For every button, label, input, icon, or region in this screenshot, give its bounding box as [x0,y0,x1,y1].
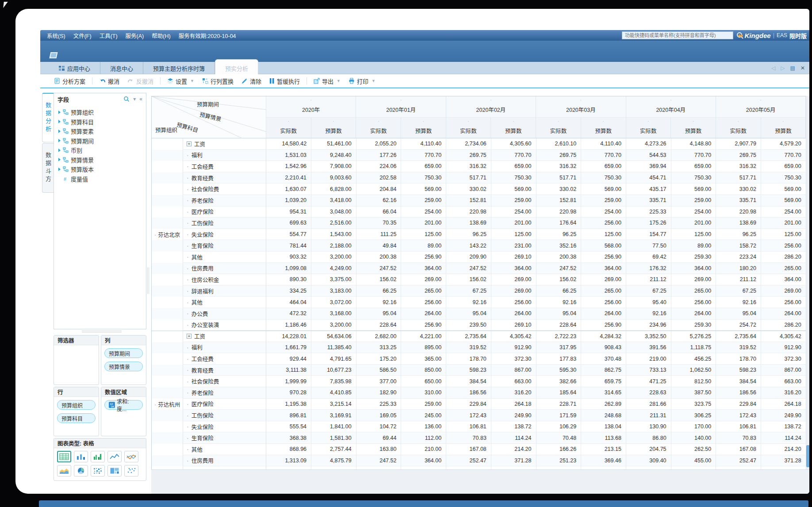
value-cell[interactable]: 368.38 [266,432,311,444]
value-cell[interactable]: 213.15 [581,444,626,455]
value-cell[interactable]: 180.20 [716,263,761,274]
value-cell[interactable]: 369.46 [581,455,626,467]
value-cell[interactable]: 569.00 [761,183,806,195]
value-cell[interactable]: 262.50 [671,444,716,455]
value-cell[interactable]: 156.02 [536,274,582,286]
value-cell[interactable]: 750.30 [491,172,536,184]
value-cell[interactable]: 163.80 [356,444,402,455]
value-cell[interactable]: 4,305.42 [761,331,806,342]
value-cell[interactable]: 269.75 [536,150,582,161]
value-cell[interactable]: 1,542.96 [266,161,311,172]
value-cell[interactable]: 9,003.60 [311,172,356,184]
value-cell[interactable]: 175.26 [626,217,671,229]
value-cell[interactable]: 4,249.00 [311,263,356,274]
value-cell[interactable]: 152.81 [536,195,582,206]
value-cell[interactable]: 281.66 [626,399,671,410]
value-cell[interactable]: 67.25 [716,286,761,297]
value-cell[interactable]: 2,907.79 [716,138,761,150]
value-cell[interactable]: 1,999.99 [266,376,311,387]
value-cell[interactable]: 95.40 [626,297,671,308]
value-cell[interactable]: 264.00 [671,308,716,320]
value-cell[interactable]: 750.30 [401,172,446,184]
value-cell[interactable]: 256.00 [401,297,446,308]
value-cell[interactable]: 264.18 [761,399,806,410]
value-cell[interactable]: 186.56 [446,387,491,399]
value-cell[interactable]: 314.65 [581,387,626,399]
subject-cell-办公费[interactable]: ·办公费 [183,308,266,320]
value-cell[interactable]: 69.44 [356,432,402,444]
value-cell[interactable]: 750.30 [761,172,806,184]
value-cell[interactable]: 3,375.00 [311,274,356,286]
value-cell[interactable]: 1,531.03 [266,150,311,161]
value-cell[interactable]: 256.90 [401,252,446,263]
value-cell[interactable]: 96.25 [536,229,582,240]
value-cell[interactable]: 2,682.00 [356,331,402,342]
menu-item-5[interactable]: 帮助(H) [148,31,174,40]
value-cell[interactable]: 3,183.00 [311,286,356,297]
value-cell[interactable]: 569.00 [761,195,806,206]
subject-cell-生育保险[interactable]: ·生育保险 [183,432,266,444]
value-cell[interactable]: 650.00 [401,376,446,387]
expand-arrow-icon[interactable] [58,120,61,123]
measure-header-实际数[interactable]: ·实际数 [536,118,581,138]
tab-1[interactable]: 应用中心 [49,62,100,74]
value-cell[interactable]: 770.70 [401,150,446,161]
subject-cell-养老保险[interactable]: ·养老保险 [183,387,266,399]
value-cell[interactable]: 10,677.23 [311,365,356,376]
value-cell[interactable]: 316.20 [491,387,536,399]
value-cell[interactable]: 896.81 [266,410,311,421]
value-cell[interactable]: 2,210.41 [266,172,311,184]
value-cell[interactable]: 125.00 [401,229,446,240]
value-cell[interactable]: 154.77 [626,229,671,240]
value-cell[interactable]: 252.47 [716,455,761,467]
field-tree-item-预算组织[interactable]: 预算组织 [56,107,144,117]
value-cell[interactable]: 384.54 [446,376,491,387]
value-cell[interactable]: 92.16 [536,297,582,308]
value-cell[interactable]: 391.56 [626,342,671,354]
value-cell[interactable]: 166.26 [536,444,582,455]
value-cell[interactable]: 472.32 [266,308,311,320]
value-cell[interactable]: 659.00 [491,161,536,172]
value-cell[interactable]: 66.04 [356,206,402,218]
value-cell[interactable]: 456.25 [671,353,716,365]
value-cell[interactable]: 568.00 [581,240,626,252]
value-cell[interactable]: 569.00 [671,183,716,195]
value-cell[interactable]: 264.00 [761,308,806,320]
value-cell[interactable]: 313.25 [356,342,402,354]
value-cell[interactable]: 1,186.46 [266,320,311,331]
value-cell[interactable]: 4,305.42 [491,331,536,342]
value-cell[interactable]: 186.56 [716,387,761,399]
value-cell[interactable]: 138.72 [761,421,806,433]
value-cell[interactable]: 1,039.20 [266,195,311,206]
value-cell[interactable]: 908.43 [581,342,626,354]
value-cell[interactable]: 167.08 [446,444,491,455]
field-search-icon[interactable] [123,96,130,102]
value-cell[interactable]: 867.00 [761,365,806,376]
value-cell[interactable]: 96.25 [446,229,491,240]
value-cell[interactable]: 555.54 [266,421,311,433]
value-cell[interactable]: 335.71 [716,195,761,206]
value-cell[interactable]: 66.25 [536,286,582,297]
value-cell[interactable]: 252.47 [446,455,491,467]
value-cell[interactable]: 204.84 [356,183,402,195]
tab-list-icon[interactable]: ▤ [790,65,795,71]
value-cell[interactable]: 269.00 [491,286,536,297]
sidebar-tab-data-cube[interactable]: 数据斗方 [42,143,54,193]
value-cell[interactable]: 170.00 [671,421,716,433]
value-cell[interactable]: 185.64 [536,387,582,399]
value-cell[interactable]: 3,352.50 [626,331,671,342]
value-cell[interactable]: 330.02 [446,183,491,195]
value-cell[interactable]: 214.20 [491,444,536,455]
value-cell[interactable]: 259.00 [581,195,626,206]
value-cell[interactable]: 95.04 [716,308,761,320]
value-cell[interactable]: 7,908.00 [311,161,356,172]
value-cell[interactable]: 234.96 [626,320,671,331]
chart-type-bar-blue-icon[interactable] [74,451,88,462]
value-cell[interactable]: 569.00 [491,183,536,195]
subject-cell-住房费用[interactable]: ·住房费用 [183,455,266,467]
value-cell[interactable]: 4,284.32 [581,331,626,342]
value-cell[interactable]: 247.52 [356,455,402,467]
toolbar-button-暂缓执行[interactable]: 暂缓执行 [265,76,304,86]
value-cell[interactable]: 1,841.00 [311,421,356,433]
value-cell[interactable]: 310.00 [401,387,446,399]
